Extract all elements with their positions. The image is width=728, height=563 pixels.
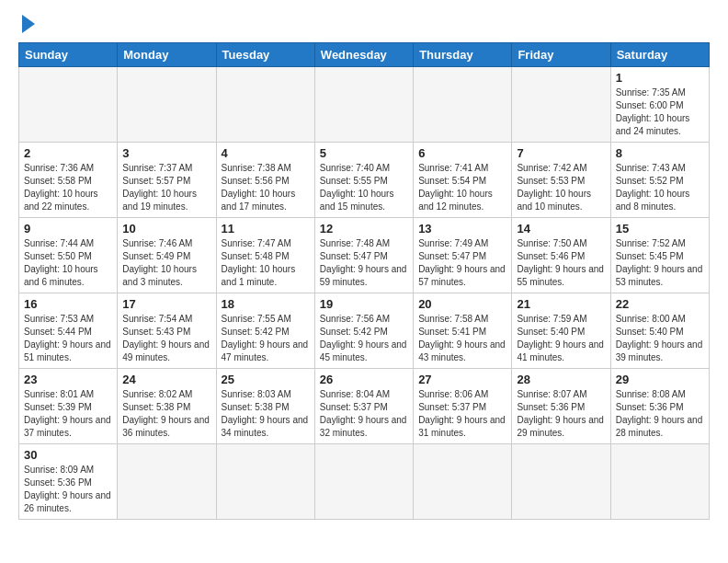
day-info: Sunrise: 8:00 AM Sunset: 5:40 PM Dayligh…	[616, 313, 704, 364]
calendar-cell: 8Sunrise: 7:43 AM Sunset: 5:52 PM Daylig…	[610, 143, 709, 218]
day-number: 5	[320, 146, 408, 160]
calendar-cell	[314, 67, 413, 143]
calendar-cell	[216, 444, 314, 520]
calendar-cell: 11Sunrise: 7:47 AM Sunset: 5:48 PM Dayli…	[216, 218, 314, 293]
day-info: Sunrise: 7:56 AM Sunset: 5:42 PM Dayligh…	[320, 313, 408, 364]
day-info: Sunrise: 7:41 AM Sunset: 5:54 PM Dayligh…	[418, 162, 506, 213]
calendar-cell: 12Sunrise: 7:48 AM Sunset: 5:47 PM Dayli…	[314, 218, 413, 293]
weekday-header-friday: Friday	[512, 43, 610, 67]
day-info: Sunrise: 7:35 AM Sunset: 6:00 PM Dayligh…	[616, 86, 704, 138]
day-number: 1	[616, 71, 704, 85]
day-info: Sunrise: 7:50 AM Sunset: 5:46 PM Dayligh…	[517, 237, 605, 289]
day-number: 20	[418, 297, 506, 311]
calendar-cell: 16Sunrise: 7:53 AM Sunset: 5:44 PM Dayli…	[19, 293, 118, 369]
calendar-cell: 15Sunrise: 7:52 AM Sunset: 5:45 PM Dayli…	[610, 218, 709, 293]
calendar-cell: 13Sunrise: 7:49 AM Sunset: 5:47 PM Dayli…	[414, 218, 512, 293]
calendar-cell: 23Sunrise: 8:01 AM Sunset: 5:39 PM Dayli…	[19, 369, 118, 444]
calendar-cell: 20Sunrise: 7:58 AM Sunset: 5:41 PM Dayli…	[414, 293, 512, 369]
day-info: Sunrise: 8:02 AM Sunset: 5:38 PM Dayligh…	[122, 388, 210, 440]
calendar-cell	[512, 444, 610, 520]
day-info: Sunrise: 7:42 AM Sunset: 5:53 PM Dayligh…	[517, 162, 605, 213]
day-number: 6	[418, 146, 506, 160]
calendar-cell	[414, 444, 512, 520]
day-number: 29	[616, 373, 704, 386]
day-number: 14	[517, 222, 605, 236]
day-number: 4	[222, 146, 310, 160]
day-info: Sunrise: 8:09 AM Sunset: 5:36 PM Dayligh…	[24, 464, 112, 515]
calendar-cell	[512, 67, 610, 143]
day-number: 23	[24, 373, 112, 386]
day-info: Sunrise: 7:37 AM Sunset: 5:57 PM Dayligh…	[122, 162, 210, 213]
calendar-cell: 29Sunrise: 8:08 AM Sunset: 5:36 PM Dayli…	[610, 369, 709, 444]
day-number: 26	[320, 373, 408, 386]
day-info: Sunrise: 7:40 AM Sunset: 5:55 PM Dayligh…	[320, 162, 408, 213]
day-number: 11	[222, 222, 310, 236]
calendar-cell: 1Sunrise: 7:35 AM Sunset: 6:00 PM Daylig…	[610, 67, 709, 143]
day-number: 28	[517, 373, 605, 386]
day-number: 16	[24, 297, 112, 311]
page: SundayMondayTuesdayWednesdayThursdayFrid…	[0, 0, 728, 534]
day-info: Sunrise: 7:38 AM Sunset: 5:56 PM Dayligh…	[222, 162, 310, 213]
calendar-cell: 7Sunrise: 7:42 AM Sunset: 5:53 PM Daylig…	[512, 143, 610, 218]
calendar-cell	[216, 67, 314, 143]
day-number: 7	[517, 146, 605, 160]
day-info: Sunrise: 7:59 AM Sunset: 5:40 PM Dayligh…	[517, 313, 605, 364]
weekday-header-sunday: Sunday	[19, 43, 118, 67]
calendar-cell	[314, 444, 413, 520]
day-number: 8	[616, 146, 704, 160]
calendar-cell	[414, 67, 512, 143]
day-number: 10	[122, 222, 210, 236]
day-number: 24	[122, 373, 210, 386]
logo	[18, 15, 35, 33]
calendar-cell: 27Sunrise: 8:06 AM Sunset: 5:37 PM Dayli…	[414, 369, 512, 444]
logo-triangle-icon	[22, 15, 35, 33]
day-info: Sunrise: 7:46 AM Sunset: 5:49 PM Dayligh…	[122, 237, 210, 289]
calendar-cell: 6Sunrise: 7:41 AM Sunset: 5:54 PM Daylig…	[414, 143, 512, 218]
calendar-cell: 28Sunrise: 8:07 AM Sunset: 5:36 PM Dayli…	[512, 369, 610, 444]
calendar-cell: 22Sunrise: 8:00 AM Sunset: 5:40 PM Dayli…	[610, 293, 709, 369]
calendar-cell: 9Sunrise: 7:44 AM Sunset: 5:50 PM Daylig…	[19, 218, 118, 293]
day-info: Sunrise: 8:04 AM Sunset: 5:37 PM Dayligh…	[320, 388, 408, 440]
weekday-header-tuesday: Tuesday	[216, 43, 314, 67]
day-info: Sunrise: 8:03 AM Sunset: 5:38 PM Dayligh…	[222, 388, 310, 440]
day-info: Sunrise: 7:55 AM Sunset: 5:42 PM Dayligh…	[222, 313, 310, 364]
day-number: 2	[24, 146, 112, 160]
day-number: 18	[222, 297, 310, 311]
day-info: Sunrise: 8:08 AM Sunset: 5:36 PM Dayligh…	[616, 388, 704, 440]
day-number: 30	[24, 448, 112, 462]
calendar: SundayMondayTuesdayWednesdayThursdayFrid…	[18, 42, 710, 520]
day-number: 17	[122, 297, 210, 311]
calendar-cell	[610, 444, 709, 520]
calendar-cell: 24Sunrise: 8:02 AM Sunset: 5:38 PM Dayli…	[118, 369, 216, 444]
calendar-cell: 3Sunrise: 7:37 AM Sunset: 5:57 PM Daylig…	[118, 143, 216, 218]
day-info: Sunrise: 7:49 AM Sunset: 5:47 PM Dayligh…	[418, 237, 506, 289]
day-info: Sunrise: 7:36 AM Sunset: 5:58 PM Dayligh…	[24, 162, 112, 213]
calendar-cell: 18Sunrise: 7:55 AM Sunset: 5:42 PM Dayli…	[216, 293, 314, 369]
calendar-cell: 26Sunrise: 8:04 AM Sunset: 5:37 PM Dayli…	[314, 369, 413, 444]
weekday-header-thursday: Thursday	[414, 43, 512, 67]
day-number: 9	[24, 222, 112, 236]
day-info: Sunrise: 7:52 AM Sunset: 5:45 PM Dayligh…	[616, 237, 704, 289]
day-number: 13	[418, 222, 506, 236]
day-number: 15	[616, 222, 704, 236]
day-info: Sunrise: 8:06 AM Sunset: 5:37 PM Dayligh…	[418, 388, 506, 440]
day-number: 27	[418, 373, 506, 386]
day-info: Sunrise: 8:01 AM Sunset: 5:39 PM Dayligh…	[24, 388, 112, 440]
weekday-header-monday: Monday	[118, 43, 216, 67]
calendar-cell: 25Sunrise: 8:03 AM Sunset: 5:38 PM Dayli…	[216, 369, 314, 444]
day-number: 25	[222, 373, 310, 386]
header	[18, 15, 710, 33]
calendar-cell: 2Sunrise: 7:36 AM Sunset: 5:58 PM Daylig…	[19, 143, 118, 218]
calendar-cell: 30Sunrise: 8:09 AM Sunset: 5:36 PM Dayli…	[19, 444, 118, 520]
day-info: Sunrise: 7:47 AM Sunset: 5:48 PM Dayligh…	[222, 237, 310, 289]
day-info: Sunrise: 7:53 AM Sunset: 5:44 PM Dayligh…	[24, 313, 112, 364]
day-number: 21	[517, 297, 605, 311]
calendar-cell: 4Sunrise: 7:38 AM Sunset: 5:56 PM Daylig…	[216, 143, 314, 218]
calendar-cell: 14Sunrise: 7:50 AM Sunset: 5:46 PM Dayli…	[512, 218, 610, 293]
calendar-cell	[118, 444, 216, 520]
calendar-cell: 21Sunrise: 7:59 AM Sunset: 5:40 PM Dayli…	[512, 293, 610, 369]
day-info: Sunrise: 7:54 AM Sunset: 5:43 PM Dayligh…	[122, 313, 210, 364]
calendar-cell: 19Sunrise: 7:56 AM Sunset: 5:42 PM Dayli…	[314, 293, 413, 369]
calendar-cell: 10Sunrise: 7:46 AM Sunset: 5:49 PM Dayli…	[118, 218, 216, 293]
calendar-cell	[118, 67, 216, 143]
